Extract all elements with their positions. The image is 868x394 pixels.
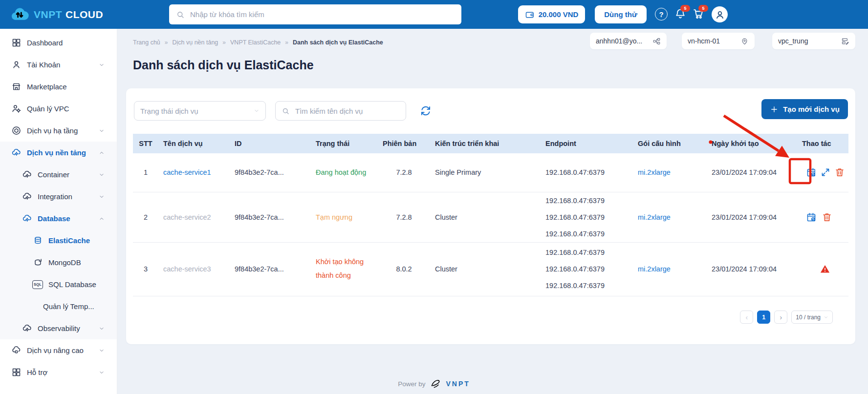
sidebar-item-elasticache[interactable]: ElastiCache	[0, 229, 117, 251]
col-architecture: Kiến trúc triển khai	[430, 134, 541, 153]
sidebar-item-infrastructure[interactable]: Dịch vụ hạ tầng	[0, 120, 117, 142]
vpc-selector[interactable]: vpc_trung	[772, 33, 855, 49]
page-size-select[interactable]: 10 / trang	[791, 311, 833, 324]
pagination-prev-button[interactable]: ‹	[740, 311, 753, 324]
chevron-down-icon	[99, 370, 105, 375]
sidebar-item-advanced-services[interactable]: Dịch vụ nâng cao	[0, 339, 117, 361]
sidebar-item-sql-database[interactable]: SQL SQL Database	[0, 273, 117, 295]
breadcrumb-platform[interactable]: Dịch vụ nền tảng	[173, 39, 218, 46]
service-id: 9f84b3e2-7ca...	[230, 192, 311, 242]
breadcrumb-elasticache[interactable]: VNPT ElastiCache	[230, 39, 281, 46]
refresh-button[interactable]	[419, 104, 432, 117]
person-icon	[11, 60, 22, 70]
user-avatar[interactable]	[712, 6, 728, 22]
row-actions	[802, 212, 844, 223]
sidebar-item-marketplace[interactable]: Marketplace	[0, 76, 117, 98]
chevron-down-icon	[99, 326, 105, 332]
table-header-row: STT Tên dịch vụ ID Trạng thái Phiên bản …	[133, 134, 848, 153]
breadcrumb-separator: »	[285, 39, 288, 46]
sidebar-item-account[interactable]: Tài Khoản	[0, 54, 117, 76]
wallet-icon	[525, 10, 535, 20]
services-table: STT Tên dịch vụ ID Trạng thái Phiên bản …	[133, 134, 848, 296]
pagination-next-button[interactable]: ›	[774, 311, 787, 324]
cart-button[interactable]: 5	[692, 7, 705, 20]
create-service-button[interactable]: Tạo mới dịch vụ	[761, 99, 848, 119]
sidebar-item-dashboard[interactable]: Dashboard	[0, 32, 117, 54]
sitemap-icon	[652, 37, 661, 45]
notifications-button[interactable]: 5	[674, 7, 687, 20]
global-search-input[interactable]	[189, 10, 455, 19]
search-icon	[282, 107, 290, 115]
package-link[interactable]: mi.2xlarge	[638, 213, 671, 221]
package-link[interactable]: mi.2xlarge	[638, 168, 671, 176]
status-badge: Đang hoạt động	[316, 168, 366, 176]
sidebar-item-database[interactable]: Database	[0, 207, 117, 229]
page-title: Danh sách dịch vụ ElastiCache	[133, 58, 314, 72]
chevron-down-icon	[99, 172, 105, 178]
schedule-calendar-icon[interactable]	[806, 212, 817, 223]
region-selector[interactable]: vn-hcm-01	[682, 33, 755, 49]
status-badge: Khởi tạo không thành công	[316, 258, 364, 279]
col-actions: Thao tác	[797, 134, 848, 153]
breadcrumb-separator: »	[222, 39, 226, 46]
sidebar-item-integration[interactable]: Integration	[0, 186, 117, 207]
vnpt-logo-icon	[430, 378, 441, 389]
service-id: 9f84b3e2-7ca...	[230, 153, 311, 192]
sidebar-item-platform-services[interactable]: Dịch vụ nền tảng	[0, 142, 117, 164]
service-created: 23/01/2024 17:09:04	[707, 153, 797, 192]
sidebar-item-support[interactable]: Hỗ trợ	[0, 361, 117, 383]
service-endpoint: 192.168.0.47:6379	[541, 153, 633, 192]
brand-logo[interactable]: VNPT CLOUD	[10, 0, 103, 29]
trial-button[interactable]: Dùng thử	[595, 5, 647, 23]
delete-trash-icon[interactable]	[822, 212, 832, 223]
mongodb-icon	[32, 257, 43, 268]
account-selector[interactable]: anhhn01@yo...	[590, 33, 667, 49]
service-search-input[interactable]	[294, 106, 400, 116]
service-name: cache-service2	[163, 213, 211, 221]
chevron-down-icon	[254, 108, 260, 114]
sidebar-item-container[interactable]: Container	[0, 164, 117, 186]
service-name-link[interactable]: cache-service1	[163, 168, 211, 176]
breadcrumb-current: Danh sách dịch vụ ElastiCache	[293, 39, 383, 46]
refresh-icon	[419, 104, 432, 117]
breadcrumb-home[interactable]: Trang chủ	[133, 39, 160, 46]
col-name: Tên dịch vụ	[158, 134, 230, 153]
cloud-gear-icon	[22, 323, 32, 334]
cloud-gear-icon	[11, 147, 22, 158]
sql-icon: SQL	[32, 279, 43, 290]
schedule-calendar-icon[interactable]	[806, 167, 815, 178]
service-search[interactable]	[275, 101, 406, 121]
pagination-page-1[interactable]: 1	[757, 311, 770, 324]
wallet-balance-button[interactable]: 20.000 VND	[518, 5, 585, 23]
plus-icon	[770, 105, 779, 114]
location-pin-icon	[740, 37, 749, 45]
service-name: cache-service3	[163, 265, 211, 273]
service-version: 8.0.2	[378, 242, 430, 296]
status-filter-select[interactable]: Trạng thái dịch vụ	[134, 101, 266, 121]
expand-icon[interactable]	[820, 167, 829, 178]
person-gear-icon	[11, 104, 22, 114]
vnpt-cloud-console: VNPT CLOUD 20.000 VND Dùng thử ? 5 5	[0, 0, 868, 394]
col-stt: STT	[133, 134, 158, 153]
wallet-balance: 20.000 VND	[539, 10, 579, 19]
sidebar-item-observability[interactable]: Observability	[0, 317, 117, 339]
sidebar-item-vpc[interactable]: Quản lý VPC	[0, 98, 117, 120]
service-endpoints: 192.168.0.47:6379 192.168.0.47:6379 192.…	[545, 192, 628, 242]
delete-trash-icon[interactable]	[834, 167, 844, 178]
store-icon	[11, 82, 22, 92]
sidebar-item-template-management[interactable]: Quản lý Temp...	[0, 295, 117, 317]
package-link[interactable]: mi.2xlarge	[638, 265, 671, 273]
service-list-card: Trạng thái dịch vụ Tạo mới dịch vụ	[126, 88, 855, 344]
sidebar-item-mongodb[interactable]: MongoDB	[0, 251, 117, 273]
chevron-down-icon	[99, 62, 105, 68]
hexagon-icon	[11, 125, 22, 136]
chevron-down-icon	[99, 348, 105, 353]
cloud-gear-icon	[22, 191, 32, 202]
vnpt-logo-text: VNPT	[446, 380, 470, 388]
global-search[interactable]	[169, 4, 461, 24]
help-icon: ?	[659, 10, 663, 19]
warning-icon[interactable]	[820, 264, 830, 274]
help-button[interactable]: ?	[655, 8, 668, 21]
chevron-down-icon	[824, 315, 828, 320]
sidebar-platform-group: Dịch vụ nền tảng Container Integration D…	[0, 142, 117, 339]
